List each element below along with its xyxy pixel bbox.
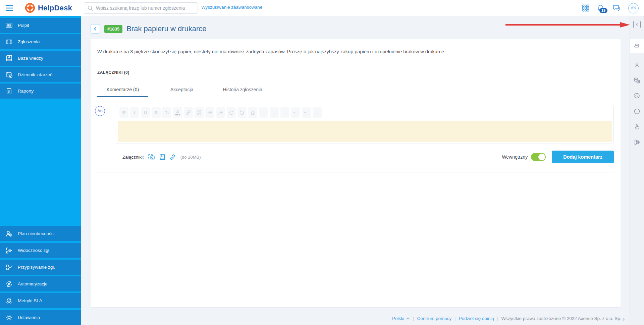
comment-avatar: An xyxy=(95,106,105,116)
advanced-search-link[interactable]: Wyszukiwanie zaawansowane xyxy=(201,5,262,10)
align-center-button[interactable] xyxy=(270,107,279,118)
search-box[interactable] xyxy=(84,2,198,14)
comment-actions-row: Załączniki: (do 20MB) Wewnętrzny Dod xyxy=(97,151,614,163)
sidebar-item-raporty[interactable]: Raporty xyxy=(0,84,81,99)
collapse-panel-icon[interactable] xyxy=(633,21,641,28)
add-comment-button[interactable]: Dodaj komentarz xyxy=(552,151,614,163)
knowledge-base-attach-icon[interactable] xyxy=(159,154,165,160)
align-left-button[interactable] xyxy=(259,107,268,118)
bold-button[interactable]: B xyxy=(119,107,128,118)
sidebar-item-metryki-sla[interactable]: Metryki SLA xyxy=(0,293,81,308)
sidebar-item-label: Dziennik zdarzeń xyxy=(18,72,53,77)
screenshot-attach-icon[interactable] xyxy=(148,154,155,160)
ticket-card: W drukarce na 3 piętrze skończył się pap… xyxy=(91,39,621,307)
ticket-mentions-icon[interactable] xyxy=(634,139,640,146)
sidebar-item-label: Baza wiedzy xyxy=(18,56,43,61)
ticket-tabs: Komentarze (0) Akceptacja Historia zgłos… xyxy=(97,83,614,97)
tickets-icon xyxy=(5,38,13,46)
strikethrough-button[interactable]: S xyxy=(152,107,161,118)
footer-separator: | xyxy=(413,316,414,321)
sidebar-item-label: Ustawienia xyxy=(18,315,40,320)
unlink-button[interactable] xyxy=(195,107,204,118)
requester-person-icon[interactable] xyxy=(634,62,640,68)
sidebar-item-dziennik-zdarzen[interactable]: Dziennik zdarzeń xyxy=(0,67,81,82)
search-input[interactable] xyxy=(96,5,194,11)
attach-link-icon[interactable] xyxy=(169,154,176,160)
tab-komentarze[interactable]: Komentarze (0) xyxy=(97,83,148,97)
outdent-button[interactable] xyxy=(302,107,311,118)
attachments-label: Załączniki: xyxy=(122,155,144,160)
indent-button[interactable] xyxy=(291,107,300,118)
copyright-text: Wszystkie prawa zastrzeżone © 2022 Axenc… xyxy=(501,316,625,321)
sidebar-item-label: Plan nieobecności xyxy=(18,231,55,236)
redo-button[interactable] xyxy=(227,107,236,118)
help-center-link[interactable]: Centrum pomocy xyxy=(417,316,451,321)
attachment-controls: Załączniki: (do 20MB) xyxy=(122,154,201,160)
ticket-header: #1835 Brak papieru w drukarce xyxy=(91,24,207,34)
tab-historia-zgloszenia[interactable]: Historia zgłoszenia xyxy=(213,83,272,97)
link-button[interactable] xyxy=(184,107,193,118)
activity-pointer-icon[interactable] xyxy=(634,123,640,130)
comment-editor: B I U S Tt A xyxy=(116,105,614,144)
apps-grid-icon[interactable] xyxy=(582,4,589,12)
align-right-button[interactable] xyxy=(280,107,289,118)
sidebar: Pulpit Zgłoszenia Baza wiedzy Dziennik z… xyxy=(0,16,81,325)
language-selector[interactable]: Polski xyxy=(392,316,410,321)
user-avatar[interactable]: AN xyxy=(628,3,639,13)
sidebar-item-baza-wiedzy[interactable]: Baza wiedzy xyxy=(0,51,81,66)
tab-akceptacja[interactable]: Akceptacja xyxy=(161,83,203,97)
sidebar-item-widocznosc-zgl[interactable]: Widoczność zgł. xyxy=(0,243,81,258)
reports-icon xyxy=(5,88,13,95)
notifications-bell-icon[interactable]: 19 xyxy=(597,4,605,12)
right-rail xyxy=(630,16,644,325)
history-clock-icon[interactable] xyxy=(634,93,640,99)
helpdesk-logo-icon xyxy=(25,3,35,13)
ticket-assignment-icon xyxy=(5,264,13,271)
brand[interactable]: HelpDesk xyxy=(25,3,72,13)
brand-name: HelpDesk xyxy=(38,4,72,12)
chat-icon[interactable] xyxy=(612,4,621,12)
comment-avatar-initials: An xyxy=(97,109,102,113)
sidebar-item-pulpit[interactable]: Pulpit xyxy=(0,18,81,33)
notification-count-badge: 19 xyxy=(599,8,607,13)
footer-separator: | xyxy=(497,316,498,321)
font-size-button[interactable]: Tt xyxy=(162,107,171,118)
ticket-description: W drukarce na 3 piętrze skończył się pap… xyxy=(91,39,621,55)
internal-toggle[interactable] xyxy=(531,153,546,161)
sidebar-item-label: Zgłoszenia xyxy=(18,39,40,44)
sidebar-item-plan-nieobecnosci[interactable]: Plan nieobecności xyxy=(0,226,81,241)
dashboard-icon xyxy=(5,22,13,29)
numbered-list-button[interactable] xyxy=(216,107,225,118)
settings-gear-icon xyxy=(5,314,13,321)
info-icon[interactable] xyxy=(634,108,640,115)
underline-button[interactable]: U xyxy=(141,107,150,118)
feedback-link[interactable]: Podziel się opinią xyxy=(459,316,494,321)
ticket-details-icon[interactable] xyxy=(630,39,644,53)
sidebar-item-przypisywanie-zgl[interactable]: Przypisywanie zgł. xyxy=(0,260,81,275)
clear-format-button[interactable] xyxy=(248,107,257,118)
sidebar-item-ustawienia[interactable]: Ustawienia xyxy=(0,310,81,325)
footer-separator: | xyxy=(454,316,456,321)
user-avatar-initials: AN xyxy=(631,6,636,10)
back-button[interactable] xyxy=(91,24,100,34)
internal-toggle-label: Wewnętrzny xyxy=(502,154,528,160)
absence-plan-icon xyxy=(5,230,13,237)
comment-submit-controls: Wewnętrzny Dodaj komentarz xyxy=(502,151,614,163)
justify-button[interactable] xyxy=(313,107,322,118)
approvals-icon[interactable] xyxy=(634,77,640,84)
footer: Polski | Centrum pomocy | Podziel się op… xyxy=(392,316,625,321)
sidebar-item-automatyzacje[interactable]: Automatyzacje xyxy=(0,276,81,291)
topbar-icons: 19 AN xyxy=(582,0,639,16)
bullet-list-button[interactable] xyxy=(205,107,214,118)
hamburger-menu-icon[interactable] xyxy=(5,5,13,11)
comment-editor-row: An B I U S Tt A xyxy=(95,105,614,144)
italic-button[interactable]: I xyxy=(130,107,139,118)
search-icon xyxy=(88,5,93,11)
chevron-up-icon xyxy=(406,317,410,320)
toggle-knob xyxy=(538,154,545,160)
font-color-button[interactable]: A xyxy=(173,107,182,118)
undo-button[interactable] xyxy=(237,107,247,118)
sidebar-item-zgloszenia[interactable]: Zgłoszenia xyxy=(0,34,81,49)
comment-text-area[interactable] xyxy=(118,121,612,142)
sidebar-item-label: Przypisywanie zgł. xyxy=(18,265,55,270)
